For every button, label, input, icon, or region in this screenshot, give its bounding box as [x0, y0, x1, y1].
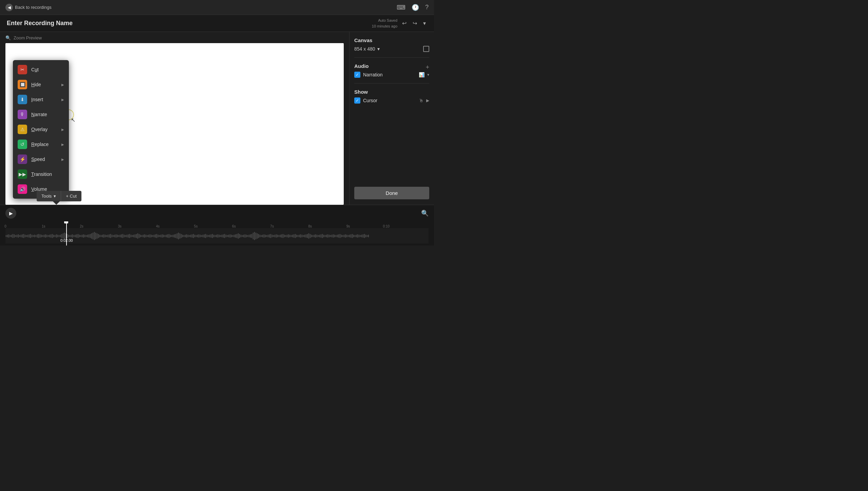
cursor-label: Cursor	[363, 98, 377, 103]
cut-tool-label: + Cut	[66, 194, 76, 199]
show-section: Show ✓ Cursor 🖱 ▶	[354, 89, 429, 104]
play-button[interactable]: ▶	[5, 208, 16, 219]
insert-menu-icon: ⬇	[18, 95, 27, 104]
insert-label: Insert	[31, 97, 43, 102]
timeline-track[interactable]: 0 1s 2s 3s 4s 5s 6s 7s 8s 9s 0:10 0:02.0…	[0, 221, 434, 246]
redo-button[interactable]: ↪	[411, 19, 418, 28]
ruler-label-10s: 0:10	[383, 224, 390, 228]
narration-volume-icon[interactable]: 📊	[419, 72, 424, 77]
speed-arrow-icon: ▶	[61, 158, 64, 161]
narration-checkbox[interactable]: ✓	[354, 72, 360, 78]
narrate-label: Narrate	[31, 112, 47, 117]
titlebar: Enter Recording Name Auto Saved 10 minut…	[0, 15, 434, 32]
tools-chevron-icon: ▾	[54, 194, 56, 199]
show-title: Show	[354, 89, 429, 95]
page-title[interactable]: Enter Recording Name	[7, 20, 73, 27]
hide-label: Hide	[31, 82, 41, 87]
history-icon[interactable]: 🕐	[412, 4, 419, 11]
replace-arrow-icon: ▶	[61, 143, 64, 146]
canvas-expand-button[interactable]	[423, 46, 429, 52]
replace-menu-icon: ↺	[18, 140, 27, 149]
ruler-label-2s: 2s	[80, 224, 83, 228]
timeline-controls: ▶ 🔍	[0, 205, 434, 221]
ruler-label-5s: 5s	[194, 224, 198, 228]
cut-menu-icon: ✂	[18, 65, 27, 74]
timeline-ruler: 0 1s 2s 3s 4s 5s 6s 7s 8s 9s 0:10	[5, 221, 429, 228]
cursor-checkbox[interactable]: ✓	[354, 97, 360, 104]
menu-item-narrate[interactable]: 🎙 Narrate	[13, 107, 69, 122]
tools-popup: Tools ▾ + Cut	[37, 191, 81, 201]
search-label: Zoom Preview	[14, 35, 42, 40]
cursor-row-right: 🖱 ▶	[419, 98, 429, 103]
menu-item-speed[interactable]: ⚡ Speed ▶	[13, 152, 69, 167]
narrate-menu-icon: 🎙	[18, 110, 27, 119]
overlay-menu-icon: ⚠	[18, 125, 27, 134]
ruler-label-1s: 1s	[42, 224, 45, 228]
menu-item-transition[interactable]: ▶▶ Transition	[13, 167, 69, 182]
cursor-row: ✓ Cursor 🖱 ▶	[354, 97, 429, 104]
back-button[interactable]: ◀ Back to recordings	[5, 4, 52, 11]
center-area: 🔍 Zoom Preview ✂ Cut 🔲 Hide ▶ ⬇ Insert	[0, 32, 349, 205]
narration-row: ✓ Narration 📊 ▾	[354, 72, 429, 78]
keyboard-icon[interactable]: ⌨	[397, 4, 405, 11]
help-icon[interactable]: ?	[425, 4, 429, 11]
audio-header-row: Audio +	[354, 63, 429, 72]
cut-label: Cut	[31, 67, 39, 72]
speed-menu-icon: ⚡	[18, 154, 27, 164]
done-button[interactable]: Done	[354, 187, 429, 199]
tools-button[interactable]: Tools ▾	[37, 191, 61, 201]
titlebar-actions: Auto Saved 10 minutes ago ↩ ↪ ▾	[372, 18, 427, 29]
cut-tool-button[interactable]: + Cut	[61, 191, 81, 201]
canvas-row: 854 x 480 ▾	[354, 46, 429, 52]
topbar-left: ◀ Back to recordings	[5, 4, 52, 11]
separator-2	[354, 83, 429, 84]
ruler-label-0: 0	[4, 224, 6, 228]
transition-menu-icon: ▶▶	[18, 169, 27, 179]
timeline-search-icon[interactable]: 🔍	[421, 210, 429, 217]
expand-button[interactable]: ▾	[422, 19, 427, 28]
undo-button[interactable]: ↩	[401, 19, 408, 28]
tools-menu-pointer	[52, 201, 60, 205]
playhead-time: 0:02.00	[60, 238, 73, 242]
overlay-label: Overlay	[31, 127, 48, 132]
preview-area: ✂ Cut 🔲 Hide ▶ ⬇ Insert ▶ 🎙 Narrate	[5, 43, 344, 205]
cursor-arrow-icon: ↖	[71, 117, 75, 123]
menu-item-insert[interactable]: ⬇ Insert ▶	[13, 92, 69, 107]
cursor-chevron-icon[interactable]: ▶	[426, 98, 429, 103]
canvas-dropdown-icon[interactable]: ▾	[377, 46, 380, 52]
ruler-label-4s: 4s	[156, 224, 160, 228]
timeline-area: ▶ 🔍 0 1s 2s 3s 4s 5s 6s 7s 8s 9s 0:10 0:…	[0, 205, 434, 246]
canvas-title: Canvas	[354, 37, 429, 43]
cursor-settings-icon[interactable]: 🖱	[419, 98, 423, 103]
hide-arrow-icon: ▶	[61, 83, 64, 87]
speed-label: Speed	[31, 157, 45, 162]
back-circle-icon: ◀	[5, 4, 13, 11]
narration-chevron-icon[interactable]: ▾	[427, 72, 429, 77]
canvas-size: 854 x 480 ▾	[354, 46, 380, 52]
replace-label: Replace	[31, 142, 49, 147]
narration-label: Narration	[363, 72, 383, 77]
playhead-handle[interactable]	[64, 221, 68, 223]
menu-item-overlay[interactable]: ⚠ Overlay ▶	[13, 122, 69, 137]
context-menu: ✂ Cut 🔲 Hide ▶ ⬇ Insert ▶ 🎙 Narrate	[13, 60, 69, 199]
ruler-label-9s: 9s	[346, 224, 350, 228]
insert-arrow-icon: ▶	[61, 98, 64, 102]
tools-label: Tools	[41, 194, 52, 199]
separator-1	[354, 57, 429, 58]
menu-item-replace[interactable]: ↺ Replace ▶	[13, 137, 69, 152]
cursor-row-left: ✓ Cursor	[354, 97, 377, 104]
narration-row-left: ✓ Narration	[354, 72, 383, 78]
menu-item-hide[interactable]: 🔲 Hide ▶	[13, 77, 69, 92]
volume-menu-icon: 🔊	[18, 184, 27, 194]
search-icon: 🔍	[5, 35, 11, 40]
ruler-label-3s: 3s	[118, 224, 121, 228]
right-panel: Canvas 854 x 480 ▾ Audio + ✓ Narration	[349, 32, 434, 205]
menu-item-cut[interactable]: ✂ Cut	[13, 62, 69, 77]
ruler-label-7s: 7s	[270, 224, 274, 228]
main-layout: 🔍 Zoom Preview ✂ Cut 🔲 Hide ▶ ⬇ Insert	[0, 32, 434, 205]
audio-section: Audio + ✓ Narration 📊 ▾	[354, 63, 429, 78]
topbar: ◀ Back to recordings ⌨ 🕐 ?	[0, 0, 434, 15]
audio-add-button[interactable]: +	[426, 64, 429, 71]
narration-row-right: 📊 ▾	[419, 72, 429, 77]
overlay-arrow-icon: ▶	[61, 128, 64, 131]
